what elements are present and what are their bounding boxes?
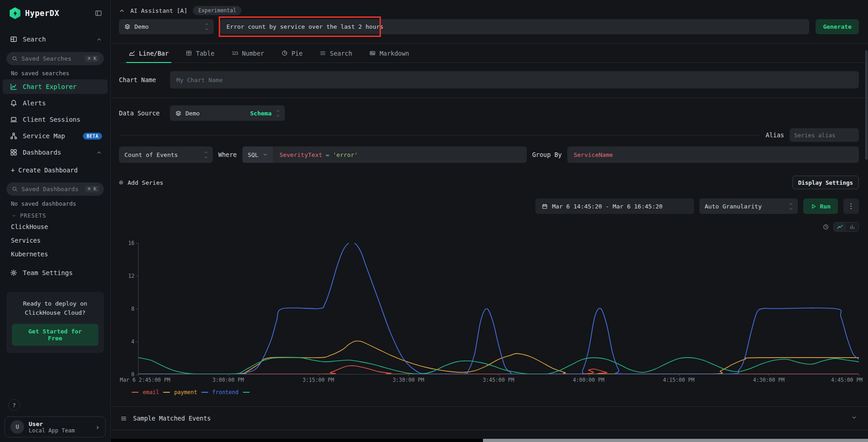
granularity-select[interactable]: Auto Granularity	[699, 198, 798, 214]
group-by-value: ServiceName	[574, 151, 613, 158]
add-series-button[interactable]: ⊕ Add Series	[119, 178, 163, 187]
service-map-icon	[10, 132, 17, 140]
data-source-select[interactable]: Demo Schema	[170, 105, 285, 121]
tab-label: Markdown	[380, 50, 409, 57]
chevron-down-icon	[12, 213, 16, 218]
chevron-up-icon	[119, 8, 125, 14]
more-options-button[interactable]: ⋮	[843, 198, 859, 214]
presets-toggle[interactable]: PRESETS	[0, 208, 110, 220]
group-by-input[interactable]: ServiceName	[567, 146, 859, 163]
ai-assistant-title: AI Assistant [A]	[130, 7, 187, 14]
x-tick-mark	[318, 374, 319, 376]
legend-label[interactable]: frontend	[212, 389, 239, 395]
ai-assistant-toggle[interactable]: AI Assistant [A] Experimental	[119, 5, 859, 16]
sidebar-item-service-map[interactable]: Service Map BETA	[0, 129, 110, 143]
help-icon: ?	[12, 402, 16, 409]
saved-dashboards-placeholder: Saved Dashboards	[21, 186, 81, 192]
sidebar-item-search[interactable]: Search	[0, 32, 110, 47]
tab-pie[interactable]: Pie	[282, 44, 303, 62]
sql-language-select[interactable]: SQL	[242, 146, 273, 163]
line-style-button[interactable]	[834, 223, 846, 231]
create-dashboard-button[interactable]: + Create Dashboard	[0, 163, 110, 177]
y-tick-label: 16	[128, 240, 134, 246]
horizontal-scrollbar-thumb[interactable]	[483, 439, 868, 442]
saved-searches-input[interactable]: Saved Searches ⌘ K	[6, 52, 104, 65]
alias-input[interactable]	[790, 128, 859, 142]
aggregation-select[interactable]: Count of Events	[119, 146, 213, 163]
sidebar-item-label: Alerts	[23, 99, 102, 107]
legend-swatch[interactable]	[163, 392, 170, 393]
legend-swatch[interactable]	[201, 392, 208, 393]
hyperdx-logo[interactable]: HyperDX	[9, 7, 59, 19]
time-range-input[interactable]: Mar 6 14:45:20 - Mar 6 16:45:20	[535, 198, 694, 214]
no-saved-dashboards-text: No saved dashboards	[0, 196, 110, 208]
preset-clickhouse[interactable]: ClickHouse	[0, 220, 110, 234]
chevron-up-icon	[96, 36, 102, 42]
sql-token-string: 'error'	[333, 151, 358, 158]
collapse-sidebar-button[interactable]	[95, 10, 102, 17]
x-tick-label: 3:45:00 PM	[483, 377, 514, 383]
shortcut-badge: ⌘ K	[85, 55, 99, 62]
sidebar-item-chart-explorer[interactable]: Chart Explorer	[3, 79, 108, 94]
sidebar-item-client-sessions[interactable]: Client Sessions	[0, 112, 110, 127]
where-label: Where	[218, 151, 237, 158]
saved-dashboards-input[interactable]: Saved Dashboards ⌘ K	[6, 182, 104, 196]
tab-markdown[interactable]: Markdown	[370, 44, 409, 62]
user-menu[interactable]: U User Local App Team ›	[5, 416, 106, 437]
hyperdx-logo-icon	[9, 7, 21, 19]
legend-swatch[interactable]	[243, 392, 250, 393]
preset-services[interactable]: Services	[0, 234, 110, 247]
x-tick-mark	[769, 374, 769, 376]
assistant-query-input[interactable]	[220, 19, 809, 34]
sidebar-item-team-settings[interactable]: Team Settings	[0, 265, 110, 280]
cloud-card-text: Ready to deploy on ClickHouse Cloud?	[12, 299, 98, 317]
sidebar-item-dashboards[interactable]: Dashboards	[0, 145, 110, 160]
plot-area[interactable]	[138, 243, 859, 374]
series-actions-row: ⊕ Add Series Display Settings	[119, 176, 859, 189]
calendar-icon	[542, 203, 548, 209]
generate-button[interactable]: Generate	[816, 19, 859, 34]
legend-swatch[interactable]	[132, 392, 139, 393]
chevron-updown-icon	[276, 109, 280, 118]
run-label: Run	[820, 203, 831, 210]
get-started-button[interactable]: Get Started for Free	[12, 324, 98, 346]
chart-type-tabs: Line/Bar Table 123 Number Pie Search Mar…	[119, 44, 868, 63]
layers-icon	[175, 110, 181, 116]
sidebar-item-alerts[interactable]: Alerts	[0, 96, 110, 110]
help-button[interactable]: ?	[8, 399, 20, 411]
number-icon: 123	[232, 51, 238, 56]
x-tick-label: 4:30:00 PM	[753, 377, 785, 383]
horizontal-scrollbar[interactable]	[111, 439, 868, 442]
display-settings-button[interactable]: Display Settings	[792, 176, 859, 189]
main-content: AI Assistant [A] Experimental Demo Gener…	[111, 0, 868, 442]
laptop-icon	[10, 116, 17, 123]
where-input[interactable]: SQL SeverityText = 'error'	[242, 146, 527, 163]
assistant-source-select[interactable]: Demo	[119, 19, 214, 34]
clock-icon	[823, 224, 829, 230]
sidebar-item-label: Service Map	[23, 132, 77, 140]
tab-table[interactable]: Table	[186, 44, 215, 62]
tab-line-bar[interactable]: Line/Bar	[129, 44, 169, 62]
schema-link[interactable]: Schema	[250, 110, 272, 117]
x-tick-label: 4:15:00 PM	[663, 377, 694, 383]
sample-matched-events-section[interactable]: Sample Matched Events	[119, 407, 859, 430]
sql-label: SQL	[248, 151, 258, 158]
tab-number[interactable]: 123 Number	[232, 44, 264, 62]
chevron-updown-icon	[789, 202, 793, 211]
tab-search[interactable]: Search	[320, 44, 352, 62]
chart-name-input[interactable]	[170, 71, 859, 88]
run-button[interactable]: Run	[803, 198, 838, 214]
sidebar-item-label: Dashboards	[23, 149, 91, 156]
preset-kubernetes[interactable]: Kubernetes	[0, 247, 110, 261]
divider	[111, 98, 868, 98]
bar-style-button[interactable]	[846, 223, 858, 231]
add-series-label: Add Series	[128, 179, 163, 186]
legend-label[interactable]: email	[143, 389, 159, 395]
search-icon	[12, 186, 18, 192]
history-button[interactable]	[823, 224, 829, 230]
x-tick-label: 3:30:00 PM	[393, 377, 424, 383]
x-tick-mark	[408, 374, 409, 376]
vertical-scrollbar[interactable]	[865, 50, 868, 160]
legend-label[interactable]: payment	[174, 389, 197, 395]
x-tick-mark	[859, 374, 859, 376]
